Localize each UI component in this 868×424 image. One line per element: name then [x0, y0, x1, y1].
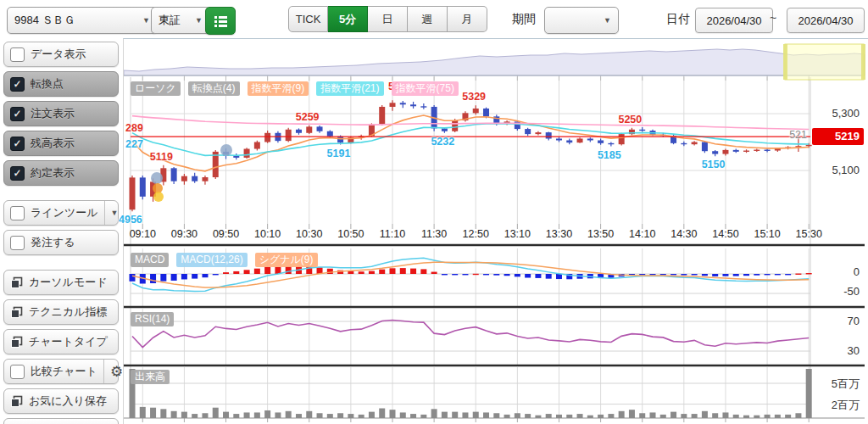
compare-chart-checkbox[interactable]: ✓: [10, 365, 25, 379]
gear-icon[interactable]: ⚙: [103, 360, 123, 383]
interval-button-week[interactable]: 週: [408, 6, 448, 32]
sidebar-button-execution-display[interactable]: ✓約定表示: [3, 160, 119, 186]
list-icon: [213, 14, 229, 28]
exchange-select[interactable]: 東証 ▼: [151, 7, 210, 34]
sidebar-button-order-display[interactable]: ✓注文表示: [3, 101, 119, 126]
chevron-down-icon[interactable]: ▼: [104, 201, 119, 225]
chart-canvas[interactable]: [124, 39, 868, 424]
date-from-input[interactable]: [695, 8, 773, 33]
windows-icon: [10, 395, 23, 408]
sidebar-button-compare-chart[interactable]: ✓比較チャート⚙: [3, 359, 119, 384]
sidebar-button-chart-type[interactable]: チャートタイプ: [3, 329, 119, 354]
windows-icon: [10, 306, 23, 319]
interval-button-group: TICK5分日週月: [288, 6, 487, 32]
sidebar-button-cursor-mode[interactable]: カーソルモード: [3, 270, 119, 295]
top-toolbar: 9984 ＳＢＧ ▼ 東証 ▼ TICK5分日週月 期間 ▼ 日付 ~: [0, 0, 868, 39]
order-display-label: 注文表示: [31, 106, 75, 121]
line-tool-checkbox[interactable]: ✓: [10, 206, 25, 220]
sidebar-button-balance-display[interactable]: ✓残高表示: [3, 131, 119, 156]
line-tool-label: ラインツール: [31, 205, 98, 220]
chevron-down-icon: ▼: [190, 16, 203, 25]
execution-display-checkbox[interactable]: ✓: [10, 166, 25, 181]
windows-icon: [10, 276, 23, 289]
windows-icon: [10, 336, 23, 349]
interval-button-month[interactable]: 月: [448, 6, 487, 32]
sidebar-button-data-display[interactable]: ✓データ表示: [3, 42, 119, 67]
data-display-checkbox[interactable]: ✓: [10, 47, 25, 62]
cursor-mode-label: カーソルモード: [29, 275, 108, 290]
balance-display-checkbox[interactable]: ✓: [10, 137, 25, 151]
place-order-checkbox[interactable]: ✓: [10, 236, 25, 250]
chart-area[interactable]: 09:1009:3009:5010:1010:3010:5011:1011:30…: [123, 38, 868, 424]
period-label: 期間: [512, 12, 536, 27]
turn-point-checkbox[interactable]: ✓: [10, 77, 25, 92]
chevron-down-icon: ▼: [137, 16, 150, 25]
data-display-label: データ表示: [31, 47, 86, 62]
exchange-select-value: 東証: [159, 13, 181, 28]
symbol-select-value: 9984 ＳＢＧ: [14, 13, 75, 28]
compare-chart-label: 比較チャート: [31, 364, 97, 379]
sidebar-button-line-tool[interactable]: ✓ラインツール▼: [3, 200, 119, 226]
date-to-input[interactable]: [787, 8, 865, 33]
place-order-label: 発注する: [31, 235, 75, 250]
left-sidebar: ✓データ表示✓転換点✓注文表示✓残高表示✓約定表示✓ラインツール▼✓発注するカー…: [0, 39, 121, 424]
date-label: 日付: [666, 12, 690, 27]
date-range-tilde: ~: [770, 11, 776, 25]
execution-display-label: 約定表示: [31, 165, 75, 181]
order-display-checkbox[interactable]: ✓: [10, 107, 25, 121]
sidebar-button-save-favorite[interactable]: お気に入り保存: [3, 388, 119, 414]
symbol-select[interactable]: 9984 ＳＢＧ ▼: [7, 7, 158, 34]
technical-indicator-label: テクニカル指標: [29, 304, 108, 320]
save-favorite-label: お気に入り保存: [29, 393, 107, 409]
balance-display-label: 残高表示: [31, 136, 75, 151]
turn-point-label: 転換点: [31, 76, 64, 92]
interval-button-day[interactable]: 日: [368, 6, 408, 32]
symbol-list-button[interactable]: [205, 7, 236, 35]
sidebar-button-screen-settings[interactable]: 画面設定: [3, 418, 119, 424]
chart-type-label: チャートタイプ: [29, 334, 108, 349]
interval-button-5min[interactable]: 5分: [328, 6, 368, 32]
interval-button-tick[interactable]: TICK: [288, 6, 328, 32]
sidebar-button-turn-point[interactable]: ✓転換点: [3, 71, 119, 97]
chevron-down-icon: ▼: [598, 16, 611, 25]
sidebar-button-place-order[interactable]: ✓発注する: [3, 230, 119, 255]
sidebar-button-technical-indicator[interactable]: テクニカル指標: [3, 299, 119, 325]
period-select[interactable]: ▼: [544, 7, 619, 34]
